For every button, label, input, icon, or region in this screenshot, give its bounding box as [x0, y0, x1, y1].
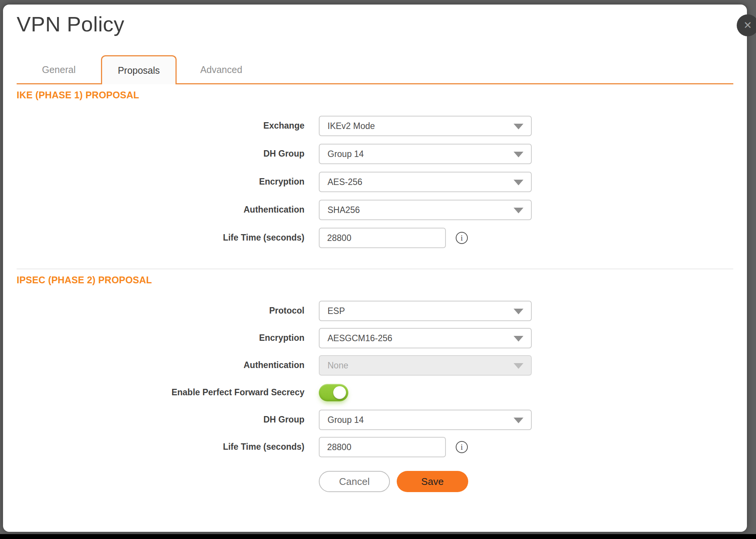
dialog-actions: Cancel Save: [319, 471, 532, 492]
encryption-select-value: AES-256: [328, 177, 362, 187]
ipsec-phase2-section: Protocol ESP Encryption AESGCM16-256 Aut…: [17, 301, 733, 492]
ipsec-encryption-select-value: AESGCM16-256: [328, 333, 392, 343]
chevron-down-icon: [514, 152, 523, 157]
ike-authentication-select[interactable]: SHA256: [319, 200, 532, 220]
encryption-label: Encryption: [17, 177, 304, 187]
close-icon: ✕: [744, 20, 752, 31]
authentication-label: Authentication: [17, 205, 304, 215]
save-button[interactable]: Save: [397, 471, 468, 492]
chevron-down-icon: [514, 336, 523, 342]
close-button[interactable]: ✕: [737, 14, 756, 36]
exchange-select-value: IKEv2 Mode: [328, 121, 375, 131]
form-row-ipsec-encryption: Encryption AESGCM16-256: [17, 328, 733, 348]
tab-bar: General Proposals Advanced: [17, 55, 733, 84]
tab-label: Advanced: [200, 64, 242, 75]
tab-label: General: [42, 64, 76, 75]
dh-group-select-value: Group 14: [328, 149, 364, 159]
protocol-select-value: ESP: [328, 306, 345, 316]
exchange-label: Exchange: [17, 121, 304, 131]
chevron-down-icon: [514, 124, 523, 129]
pfs-label: Enable Perfect Forward Secrecy: [17, 387, 304, 398]
ipsec-authentication-select-value: None: [328, 360, 348, 371]
ipsec-lifetime-input[interactable]: [319, 437, 446, 457]
authentication-select-value: SHA256: [328, 205, 360, 215]
ipsec-dh-group-label: DH Group: [17, 415, 304, 425]
form-row-exchange: Exchange IKEv2 Mode: [17, 116, 733, 136]
ipsec-dh-group-select-value: Group 14: [328, 415, 364, 425]
form-row-encryption: Encryption AES-256: [17, 172, 733, 192]
ipsec-phase2-heading: IPSEC (PHASE 2) PROPOSAL: [17, 275, 733, 286]
exchange-select[interactable]: IKEv2 Mode: [319, 116, 532, 136]
pfs-toggle[interactable]: [319, 384, 348, 401]
cancel-button[interactable]: Cancel: [319, 471, 390, 492]
vpn-policy-dialog: VPN Policy General Proposals Advanced IK…: [3, 5, 747, 532]
toggle-knob: [333, 386, 346, 399]
ipsec-encryption-select[interactable]: AESGCM16-256: [319, 328, 532, 348]
ipsec-dh-group-select[interactable]: Group 14: [319, 410, 532, 430]
chevron-down-icon: [514, 208, 523, 213]
protocol-label: Protocol: [17, 306, 304, 316]
tab-advanced[interactable]: Advanced: [177, 55, 266, 84]
form-row-protocol: Protocol ESP: [17, 301, 733, 321]
protocol-select[interactable]: ESP: [319, 301, 532, 321]
form-row-authentication: Authentication SHA256: [17, 200, 733, 220]
ipsec-authentication-label: Authentication: [17, 360, 304, 371]
info-icon[interactable]: i: [456, 232, 468, 244]
ipsec-encryption-label: Encryption: [17, 333, 304, 343]
dh-group-label: DH Group: [17, 149, 304, 159]
lifetime-label: Life Time (seconds): [17, 233, 304, 243]
form-row-pfs: Enable Perfect Forward Secrecy: [17, 382, 733, 403]
chevron-down-icon: [514, 418, 523, 423]
tab-label: Proposals: [118, 65, 160, 76]
info-icon[interactable]: i: [456, 441, 468, 453]
tab-general[interactable]: General: [17, 55, 101, 84]
ipsec-lifetime-label: Life Time (seconds): [17, 442, 304, 452]
dialog-actions-row: Cancel Save: [17, 471, 733, 492]
ike-lifetime-input[interactable]: [319, 228, 446, 248]
form-row-dh-group: DH Group Group 14: [17, 144, 733, 164]
ike-phase1-section: Exchange IKEv2 Mode DH Group Group 14 En…: [17, 116, 733, 248]
dialog-title: VPN Policy: [17, 5, 733, 36]
section-divider: [17, 269, 733, 269]
chevron-down-icon: [514, 180, 523, 185]
form-row-ipsec-authentication: Authentication None: [17, 355, 733, 376]
ike-dh-group-select[interactable]: Group 14: [319, 144, 532, 164]
chevron-down-icon: [514, 309, 523, 314]
chevron-down-icon: [514, 363, 523, 369]
form-row-ipsec-lifetime: Life Time (seconds) i: [17, 437, 733, 457]
ike-encryption-select[interactable]: AES-256: [319, 172, 532, 192]
ike-phase1-heading: IKE (PHASE 1) PROPOSAL: [17, 90, 733, 101]
ipsec-authentication-select-disabled: None: [319, 355, 532, 376]
tab-proposals[interactable]: Proposals: [101, 55, 177, 84]
form-row-lifetime: Life Time (seconds) i: [17, 228, 733, 248]
form-row-ipsec-dh-group: DH Group Group 14: [17, 410, 733, 430]
